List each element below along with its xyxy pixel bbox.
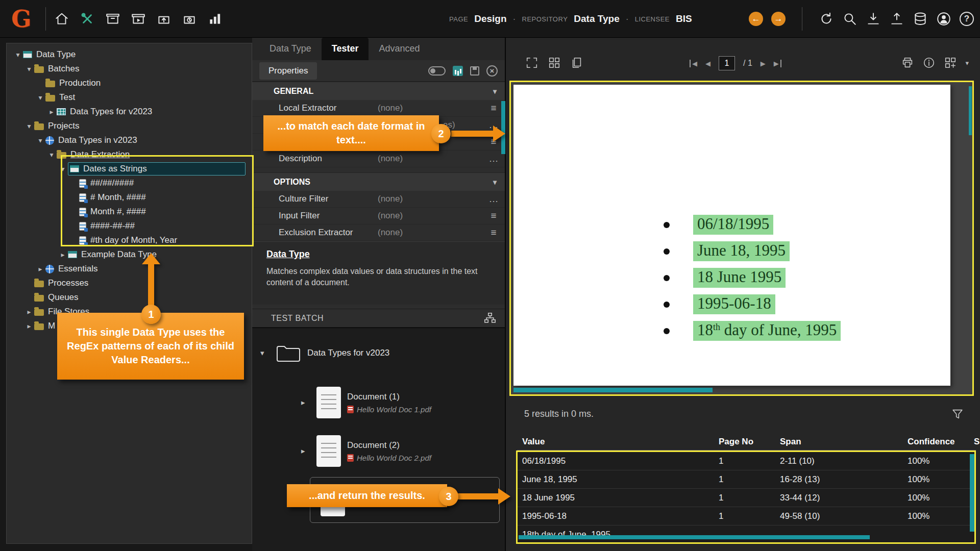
next-page-icon[interactable] — [761, 60, 766, 67]
chevron-down-icon[interactable] — [35, 136, 45, 144]
chevron-down-icon[interactable] — [24, 65, 34, 73]
column-header-span[interactable]: Span — [780, 437, 908, 447]
chevron-right-icon[interactable] — [46, 108, 57, 116]
bar-chart-icon[interactable] — [207, 11, 223, 27]
print-icon[interactable] — [901, 56, 914, 69]
property-value[interactable]: (none) — [378, 228, 482, 238]
property-row-local-extractor[interactable]: Local Extractor(none) — [252, 100, 505, 117]
toggle-icon[interactable] — [428, 66, 446, 76]
save-icon[interactable] — [470, 66, 479, 76]
property-value[interactable]: (none) — [378, 194, 482, 204]
tree-item-batches[interactable]: Batches — [7, 62, 252, 76]
wrench-hammer-icon[interactable] — [80, 11, 95, 27]
filter-funnel-icon[interactable] — [951, 408, 964, 423]
chevron-down-ic on[interactable] — [493, 178, 497, 186]
table-row[interactable]: June 18, 1995116-28 (13)100% — [518, 470, 974, 489]
ellipsis-icon[interactable] — [482, 193, 505, 205]
chevron-right-icon[interactable] — [58, 251, 68, 259]
tree-item-processes[interactable]: Processes — [7, 276, 252, 290]
chevron-right-icon[interactable] — [35, 265, 45, 273]
chevron-down-icon[interactable] — [13, 51, 23, 59]
chevron-down-icon[interactable] — [965, 58, 969, 67]
property-value[interactable]: (none) — [378, 103, 482, 113]
property-value[interactable]: (none) — [378, 154, 482, 164]
matched-text[interactable]: 18th day of June, 1995 — [693, 321, 841, 341]
breadcrumb-repo-value[interactable]: Data Type — [574, 13, 619, 24]
tree-item-data-types-in-v2023[interactable]: Data Types in v2023 — [7, 133, 252, 147]
document-row-1[interactable]: Document (1) Hello World Doc 1.pdf — [301, 387, 431, 418]
search-icon[interactable] — [842, 11, 857, 27]
database-icon[interactable] — [913, 11, 928, 27]
user-icon[interactable] — [936, 11, 951, 27]
back-button[interactable] — [749, 12, 763, 26]
forward-button[interactable] — [771, 12, 786, 26]
fit-screen-icon[interactable] — [525, 56, 538, 69]
property-row-description[interactable]: Description(none) — [252, 151, 505, 167]
chevron-right-icon[interactable] — [24, 308, 34, 316]
box-up-arrow-icon[interactable] — [156, 11, 172, 27]
chevron-down-icon[interactable] — [35, 93, 45, 102]
pages-icon[interactable] — [570, 56, 583, 69]
tab-advanced[interactable]: Advanced — [369, 38, 430, 60]
chevron-right-icon[interactable] — [301, 398, 310, 407]
column-header-value[interactable]: Value — [522, 437, 719, 447]
tree-item-data-type-root[interactable]: Data Type — [7, 47, 252, 62]
upload-icon[interactable] — [889, 11, 904, 27]
close-icon[interactable] — [486, 65, 498, 77]
batch-folder-row[interactable]: Data Types for v2023 — [260, 343, 389, 363]
ellipsis-icon[interactable] — [482, 153, 505, 164]
property-row-exclusion-extractor[interactable]: Exclusion Extractor(none) — [252, 224, 505, 241]
chevron-right-icon[interactable] — [301, 446, 310, 456]
tree-item-projects[interactable]: Projects — [7, 119, 252, 133]
horizontal-scrollbar[interactable] — [513, 388, 713, 392]
horizontal-scrollbar[interactable] — [519, 535, 870, 539]
table-row-partial[interactable]: 18th day of June, 1995 — [518, 525, 974, 544]
column-header-confidence[interactable]: Confidence — [908, 437, 974, 447]
tree-item-test[interactable]: Test — [7, 90, 252, 105]
home-icon[interactable] — [54, 11, 69, 27]
table-row[interactable]: 18 June 1995133-44 (12)100% — [518, 489, 974, 507]
last-page-icon[interactable] — [774, 60, 781, 67]
chevron-down-icon[interactable] — [260, 348, 270, 358]
first-page-icon[interactable] — [690, 60, 697, 67]
vertical-scrollbar[interactable] — [970, 454, 974, 532]
column-header-extra[interactable]: S — [974, 437, 979, 447]
matched-text[interactable]: 06/18/1995 — [693, 215, 773, 235]
chevron-down-icon[interactable] — [493, 87, 497, 95]
tab-data-type[interactable]: Data Type — [259, 38, 322, 60]
tree-item-essentials[interactable]: Essentials — [7, 262, 252, 276]
tree-item-data-types-for-v2023[interactable]: Data Types for v2023 — [7, 105, 252, 119]
section-options[interactable]: OPTIONS — [252, 172, 505, 191]
vertical-scrollbar[interactable] — [969, 86, 972, 135]
chevron-down-icon[interactable] — [46, 151, 57, 159]
layers-icon[interactable] — [944, 56, 957, 69]
previous-page-icon[interactable] — [705, 60, 710, 67]
tree-item-example-data-type[interactable]: Example Data Type — [7, 247, 252, 262]
table-row[interactable]: 06/18/199512-11 (10)100% — [518, 452, 974, 470]
hierarchy-icon[interactable] — [483, 312, 497, 325]
property-value[interactable]: (none) — [378, 211, 482, 221]
property-row-input-filter[interactable]: Input Filter(none) — [252, 208, 505, 224]
help-icon[interactable] — [960, 12, 974, 26]
breadcrumb-page-value[interactable]: Design — [474, 13, 506, 24]
download-icon[interactable] — [866, 11, 881, 27]
column-header-page[interactable]: Page No — [719, 437, 780, 447]
chart-icon[interactable] — [453, 66, 463, 76]
property-row-culture-filter[interactable]: Culture Filter(none) — [252, 191, 505, 208]
thumbnail-grid-icon[interactable] — [548, 56, 561, 69]
box-clock-icon[interactable] — [182, 11, 197, 27]
box-play-icon[interactable] — [131, 11, 146, 27]
document-row-2[interactable]: Document (2) Hello World Doc 2.pdf — [301, 435, 431, 467]
tree-item-production[interactable]: Production — [7, 76, 252, 90]
chevron-down-icon[interactable] — [24, 122, 34, 130]
info-icon[interactable] — [922, 56, 936, 69]
section-general[interactable]: GENERAL — [252, 82, 505, 100]
document-page[interactable]: 06/18/1995 June 18, 1995 18 June 1995 19… — [513, 85, 950, 386]
table-row[interactable]: 1995-06-18149-58 (10)100% — [518, 507, 974, 525]
tab-tester[interactable]: Tester — [322, 38, 369, 60]
box-icon[interactable] — [105, 11, 120, 27]
refresh-icon[interactable] — [819, 11, 834, 27]
menu-icon[interactable] — [482, 227, 505, 238]
tree-item-queues[interactable]: Queues — [7, 290, 252, 305]
matched-text[interactable]: June 18, 1995 — [693, 241, 790, 261]
